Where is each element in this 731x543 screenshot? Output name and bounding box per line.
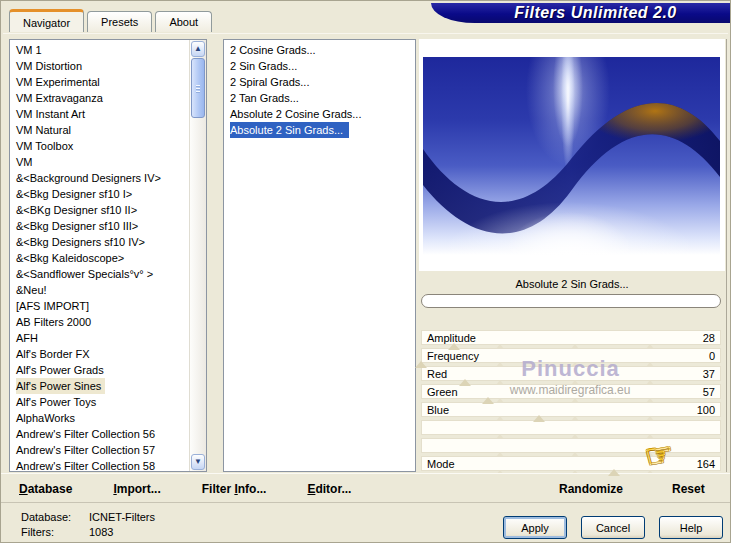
category-list-item[interactable]: VM Distortion bbox=[10, 58, 189, 74]
slider-track[interactable] bbox=[421, 420, 721, 435]
category-list-item[interactable]: VM Natural bbox=[10, 122, 189, 138]
tab-page-edge bbox=[3, 33, 728, 34]
category-label: &<Bkg Designer sf10 III> bbox=[16, 218, 142, 234]
slider-label: Mode bbox=[427, 458, 455, 470]
category-label: VM 1 bbox=[16, 42, 46, 58]
slider-value: 37 bbox=[703, 368, 715, 380]
filter-list-item[interactable]: 2 Sin Grads... bbox=[224, 58, 415, 74]
tab[interactable]: Navigator bbox=[9, 9, 84, 32]
dialog-button-label: Apply bbox=[521, 522, 549, 534]
filter-label: 2 Spiral Grads... bbox=[230, 74, 313, 90]
database-label: Database: bbox=[21, 511, 89, 523]
category-list-item[interactable]: &Neu! bbox=[10, 282, 189, 298]
filter-list-item[interactable]: 2 Spiral Grads... bbox=[224, 74, 415, 90]
category-list-item[interactable]: Alf's Border FX bbox=[10, 346, 189, 362]
category-list-item[interactable]: &<Background Designers IV> bbox=[10, 170, 189, 186]
slider-track[interactable]: Green 57 bbox=[421, 384, 721, 399]
slider-value: 164 bbox=[697, 458, 715, 470]
randomize-button[interactable]: Randomize bbox=[559, 482, 623, 496]
filter-list-item[interactable]: Absolute 2 Sin Grads... bbox=[224, 122, 415, 138]
category-label: &<Sandflower Specials°v° > bbox=[16, 266, 157, 282]
slider-row bbox=[419, 438, 725, 456]
slider-value: 100 bbox=[697, 404, 715, 416]
tab[interactable]: About bbox=[155, 11, 212, 32]
tab-label: Navigator bbox=[23, 17, 70, 29]
category-list-item[interactable]: Andrew's Filter Collection 58 bbox=[10, 458, 189, 472]
category-list-item[interactable]: AlphaWorks bbox=[10, 410, 189, 426]
slider-label: Frequency bbox=[427, 350, 479, 362]
filter-label: Absolute 2 Sin Grads... bbox=[230, 122, 349, 138]
title-banner: Filters Unlimited 2.0 bbox=[431, 3, 730, 23]
toolbar-button[interactable]: Editor... bbox=[307, 482, 351, 496]
slider-thumb[interactable] bbox=[448, 343, 460, 350]
slider-value: 57 bbox=[703, 386, 715, 398]
toolbar-button[interactable]: Database bbox=[19, 482, 72, 496]
dialog-button[interactable]: Help bbox=[659, 516, 723, 539]
filter-list-item[interactable]: 2 Cosine Grads... bbox=[224, 42, 415, 58]
category-list-item[interactable]: Alf's Power Grads bbox=[10, 362, 189, 378]
filter-label: 2 Cosine Grads... bbox=[230, 42, 320, 58]
category-label: &<Bkg Kaleidoscope> bbox=[16, 250, 128, 266]
category-list-item[interactable]: &<Bkg Kaleidoscope> bbox=[10, 250, 189, 266]
category-label: Alf's Power Grads bbox=[16, 362, 108, 378]
category-label: Alf's Power Sines bbox=[16, 378, 105, 394]
slider-label: Green bbox=[427, 386, 458, 398]
scrollbar-thumb[interactable] bbox=[191, 58, 205, 118]
category-items: VM 1 VM Distortion VM Experimental VM Ex… bbox=[10, 42, 189, 472]
slider-track[interactable] bbox=[421, 438, 721, 453]
category-list-item[interactable]: VM 1 bbox=[10, 42, 189, 58]
slider-track[interactable]: Blue 100 bbox=[421, 402, 721, 417]
category-list-item[interactable]: [AFS IMPORT] bbox=[10, 298, 189, 314]
category-list-item[interactable]: VM Toolbox bbox=[10, 138, 189, 154]
scroll-down-button[interactable]: ▼ bbox=[191, 454, 205, 470]
toolbar-button[interactable]: Filter Info... bbox=[202, 482, 267, 496]
dialog-button-label: Help bbox=[680, 522, 703, 534]
filters-value: 1083 bbox=[89, 526, 113, 538]
category-list-item[interactable]: Alf's Power Sines bbox=[10, 378, 189, 394]
filter-label: Absolute 2 Cosine Grads... bbox=[230, 106, 365, 122]
slider-thumb[interactable] bbox=[608, 469, 620, 476]
category-list-item[interactable]: VM bbox=[10, 154, 189, 170]
tab[interactable]: Presets bbox=[87, 11, 152, 32]
status-database: Database:ICNET-Filters bbox=[21, 511, 155, 523]
reset-button[interactable]: Reset bbox=[672, 482, 705, 496]
dialog-button[interactable]: Cancel bbox=[581, 516, 645, 539]
category-label: &<Bkg Designers sf10 IV> bbox=[16, 234, 149, 250]
toolbar-button[interactable]: Import... bbox=[113, 482, 160, 496]
slider-track[interactable]: Frequency 0 bbox=[421, 348, 721, 363]
filter-list-item[interactable]: Absolute 2 Cosine Grads... bbox=[224, 106, 415, 122]
slider-thumb[interactable] bbox=[533, 415, 545, 422]
category-list-item[interactable]: &<Bkg Designer sf10 I> bbox=[10, 186, 189, 202]
category-list-item[interactable]: Andrew's Filter Collection 57 bbox=[10, 442, 189, 458]
category-list-item[interactable]: AB Filters 2000 bbox=[10, 314, 189, 330]
category-label: VM Natural bbox=[16, 122, 75, 138]
category-list-item[interactable]: &<BKg Designer sf10 II> bbox=[10, 202, 189, 218]
category-list-item[interactable]: &<Bkg Designers sf10 IV> bbox=[10, 234, 189, 250]
category-label: Andrew's Filter Collection 58 bbox=[16, 458, 159, 472]
category-list-item[interactable]: VM Instant Art bbox=[10, 106, 189, 122]
category-list-item[interactable]: VM Extravaganza bbox=[10, 90, 189, 106]
category-list-item[interactable]: AFH bbox=[10, 330, 189, 346]
slider-value: 0 bbox=[709, 350, 715, 362]
slider-thumb[interactable] bbox=[482, 397, 494, 404]
category-list-item[interactable]: &<Bkg Designer sf10 III> bbox=[10, 218, 189, 234]
category-list-item[interactable]: &<Sandflower Specials°v° > bbox=[10, 266, 189, 282]
preview-caption: Absolute 2 Sin Grads... bbox=[419, 278, 725, 290]
slider-label: Red bbox=[427, 368, 447, 380]
dialog-button[interactable]: Apply bbox=[503, 516, 567, 539]
category-list-item[interactable]: Andrew's Filter Collection 56 bbox=[10, 426, 189, 442]
slider-track[interactable]: Amplitude 28 bbox=[421, 330, 721, 345]
category-list-item[interactable]: VM Experimental bbox=[10, 74, 189, 90]
slider-track[interactable]: Mode 164 bbox=[421, 456, 721, 471]
scroll-up-button[interactable]: ▲ bbox=[191, 41, 205, 57]
category-list-item[interactable]: Alf's Power Toys bbox=[10, 394, 189, 410]
toolbar-button-text: mport... bbox=[117, 482, 161, 496]
slider-thumb[interactable] bbox=[415, 361, 427, 368]
toolbar-button-text: nfo... bbox=[238, 482, 267, 496]
slider-row: Mode 164 bbox=[419, 456, 725, 474]
filter-listbox: 2 Cosine Grads... 2 Sin Grads... 2 Spira… bbox=[223, 39, 416, 472]
filter-list-item[interactable]: 2 Tan Grads... bbox=[224, 90, 415, 106]
category-label: VM Experimental bbox=[16, 74, 104, 90]
category-scrollbar: ▲ ▼ bbox=[189, 40, 206, 471]
slider-thumb[interactable] bbox=[459, 379, 471, 386]
